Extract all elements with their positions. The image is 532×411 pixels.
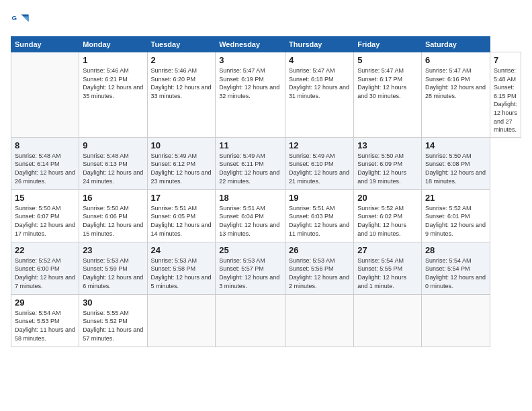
- day-number: 17: [151, 193, 212, 203]
- day-cell-12: 12 Sunrise: 5:49 AM Sunset: 6:10 PM Dayl…: [285, 137, 353, 189]
- day-cell-11: 11 Sunrise: 5:49 AM Sunset: 6:11 PM Dayl…: [216, 137, 285, 189]
- day-cell-8: 8 Sunrise: 5:48 AM Sunset: 6:14 PM Dayli…: [11, 137, 79, 189]
- day-info: Sunrise: 5:53 AM Sunset: 5:59 PM Dayligh…: [83, 257, 143, 290]
- calendar-container: G SundayMondayTuesdayWednesdayThursdayFr…: [0, 0, 532, 354]
- day-cell-7: 7 Sunrise: 5:48 AM Sunset: 6:15 PM Dayli…: [490, 52, 521, 138]
- day-cell-30: 30 Sunrise: 5:55 AM Sunset: 5:52 PM Dayl…: [79, 294, 147, 347]
- day-info: Sunrise: 5:47 AM Sunset: 6:18 PM Dayligh…: [289, 66, 350, 100]
- day-info: Sunrise: 5:52 AM Sunset: 6:00 PM Dayligh…: [15, 257, 75, 290]
- day-cell-1: 1 Sunrise: 5:46 AM Sunset: 6:21 PM Dayli…: [79, 52, 147, 138]
- header-sunday: Sunday: [11, 37, 79, 52]
- day-cell-5: 5 Sunrise: 5:47 AM Sunset: 6:17 PM Dayli…: [354, 52, 422, 138]
- day-number: 4: [289, 55, 350, 65]
- day-info: Sunrise: 5:48 AM Sunset: 6:13 PM Dayligh…: [83, 152, 143, 185]
- header-tuesday: Tuesday: [147, 37, 216, 52]
- day-number: 6: [425, 55, 486, 65]
- day-info: Sunrise: 5:47 AM Sunset: 6:19 PM Dayligh…: [219, 66, 281, 100]
- header-friday: Friday: [354, 37, 422, 52]
- day-number: 15: [15, 193, 75, 203]
- day-info: Sunrise: 5:48 AM Sunset: 6:15 PM Dayligh…: [494, 66, 517, 134]
- day-cell-2: 2 Sunrise: 5:46 AM Sunset: 6:20 PM Dayli…: [147, 52, 216, 138]
- day-cell-21: 21 Sunrise: 5:52 AM Sunset: 6:01 PM Dayl…: [421, 189, 490, 242]
- day-number: 28: [425, 245, 486, 255]
- day-number: 29: [15, 298, 75, 308]
- day-cell-10: 10 Sunrise: 5:49 AM Sunset: 6:12 PM Dayl…: [147, 137, 216, 189]
- week-row-2: 8 Sunrise: 5:48 AM Sunset: 6:14 PM Dayli…: [11, 137, 521, 189]
- header-thursday: Thursday: [285, 37, 353, 52]
- day-cell-23: 23 Sunrise: 5:53 AM Sunset: 5:59 PM Dayl…: [79, 242, 147, 294]
- day-number: 26: [289, 245, 350, 255]
- day-cell-27: 27 Sunrise: 5:54 AM Sunset: 5:55 PM Dayl…: [354, 242, 422, 294]
- day-info: Sunrise: 5:50 AM Sunset: 6:08 PM Dayligh…: [425, 152, 486, 185]
- header-monday: Monday: [79, 37, 147, 52]
- day-info: Sunrise: 5:51 AM Sunset: 6:04 PM Dayligh…: [219, 204, 281, 238]
- day-number: 12: [289, 140, 350, 150]
- day-cell-17: 17 Sunrise: 5:51 AM Sunset: 6:05 PM Dayl…: [147, 189, 216, 242]
- day-cell-14: 14 Sunrise: 5:50 AM Sunset: 6:08 PM Dayl…: [421, 137, 490, 189]
- day-number: 27: [357, 245, 418, 255]
- day-cell-24: 24 Sunrise: 5:53 AM Sunset: 5:58 PM Dayl…: [147, 242, 216, 294]
- day-cell-22: 22 Sunrise: 5:52 AM Sunset: 6:00 PM Dayl…: [11, 242, 79, 294]
- day-info: Sunrise: 5:47 AM Sunset: 6:16 PM Dayligh…: [425, 66, 486, 100]
- day-number: 24: [151, 245, 212, 255]
- day-cell-26: 26 Sunrise: 5:53 AM Sunset: 5:56 PM Dayl…: [285, 242, 353, 294]
- day-number: 8: [15, 140, 75, 150]
- day-number: 3: [219, 55, 281, 65]
- day-info: Sunrise: 5:50 AM Sunset: 6:06 PM Dayligh…: [83, 204, 143, 238]
- day-number: 21: [425, 193, 486, 203]
- day-info: Sunrise: 5:49 AM Sunset: 6:11 PM Dayligh…: [219, 152, 281, 185]
- day-number: 5: [357, 55, 418, 65]
- day-cell-4: 4 Sunrise: 5:47 AM Sunset: 6:18 PM Dayli…: [285, 52, 353, 138]
- day-number: 11: [219, 140, 281, 150]
- logo: G: [11, 11, 32, 30]
- empty-cell: [11, 52, 79, 138]
- empty-cell: [147, 294, 216, 347]
- day-number: 10: [151, 140, 212, 150]
- day-info: Sunrise: 5:53 AM Sunset: 5:58 PM Dayligh…: [151, 257, 212, 290]
- day-number: 14: [425, 140, 486, 150]
- header-wednesday: Wednesday: [216, 37, 285, 52]
- day-cell-15: 15 Sunrise: 5:50 AM Sunset: 6:07 PM Dayl…: [11, 189, 79, 242]
- day-number: 22: [15, 245, 75, 255]
- day-info: Sunrise: 5:54 AM Sunset: 5:55 PM Dayligh…: [357, 257, 418, 290]
- day-cell-20: 20 Sunrise: 5:52 AM Sunset: 6:02 PM Dayl…: [354, 189, 422, 242]
- day-info: Sunrise: 5:54 AM Sunset: 5:54 PM Dayligh…: [425, 257, 486, 290]
- day-cell-19: 19 Sunrise: 5:51 AM Sunset: 6:03 PM Dayl…: [285, 189, 353, 242]
- week-row-1: 1 Sunrise: 5:46 AM Sunset: 6:21 PM Dayli…: [11, 52, 521, 138]
- day-info: Sunrise: 5:55 AM Sunset: 5:52 PM Dayligh…: [83, 309, 143, 342]
- day-cell-16: 16 Sunrise: 5:50 AM Sunset: 6:06 PM Dayl…: [79, 189, 147, 242]
- svg-text:G: G: [11, 14, 17, 21]
- day-cell-13: 13 Sunrise: 5:50 AM Sunset: 6:09 PM Dayl…: [354, 137, 422, 189]
- day-number: 30: [83, 298, 143, 308]
- day-number: 2: [151, 55, 212, 65]
- day-info: Sunrise: 5:51 AM Sunset: 6:05 PM Dayligh…: [151, 204, 212, 238]
- day-info: Sunrise: 5:46 AM Sunset: 6:20 PM Dayligh…: [151, 66, 212, 100]
- day-number: 1: [83, 55, 143, 65]
- day-info: Sunrise: 5:53 AM Sunset: 5:57 PM Dayligh…: [219, 257, 281, 290]
- week-row-4: 22 Sunrise: 5:52 AM Sunset: 6:00 PM Dayl…: [11, 242, 521, 294]
- day-info: Sunrise: 5:49 AM Sunset: 6:10 PM Dayligh…: [289, 152, 350, 185]
- day-cell-3: 3 Sunrise: 5:47 AM Sunset: 6:19 PM Dayli…: [216, 52, 285, 138]
- day-number: 25: [219, 245, 281, 255]
- calendar-body: 1 Sunrise: 5:46 AM Sunset: 6:21 PM Dayli…: [11, 52, 521, 347]
- svg-marker-2: [23, 16, 28, 21]
- day-number: 19: [289, 193, 350, 203]
- day-number: 18: [219, 193, 281, 203]
- day-info: Sunrise: 5:47 AM Sunset: 6:17 PM Dayligh…: [357, 66, 418, 100]
- day-number: 16: [83, 193, 143, 203]
- calendar-header-row: SundayMondayTuesdayWednesdayThursdayFrid…: [11, 37, 521, 52]
- empty-cell: [354, 294, 422, 347]
- day-number: 23: [83, 245, 143, 255]
- empty-cell: [216, 294, 285, 347]
- day-cell-9: 9 Sunrise: 5:48 AM Sunset: 6:13 PM Dayli…: [79, 137, 147, 189]
- day-info: Sunrise: 5:51 AM Sunset: 6:03 PM Dayligh…: [289, 204, 350, 238]
- day-number: 9: [83, 140, 143, 150]
- day-number: 13: [357, 140, 418, 150]
- day-cell-25: 25 Sunrise: 5:53 AM Sunset: 5:57 PM Dayl…: [216, 242, 285, 294]
- week-row-3: 15 Sunrise: 5:50 AM Sunset: 6:07 PM Dayl…: [11, 189, 521, 242]
- day-cell-18: 18 Sunrise: 5:51 AM Sunset: 6:04 PM Dayl…: [216, 189, 285, 242]
- day-number: 7: [494, 55, 517, 65]
- day-info: Sunrise: 5:50 AM Sunset: 6:07 PM Dayligh…: [15, 204, 75, 238]
- day-cell-29: 29 Sunrise: 5:54 AM Sunset: 5:53 PM Dayl…: [11, 294, 79, 347]
- day-info: Sunrise: 5:46 AM Sunset: 6:21 PM Dayligh…: [83, 66, 143, 100]
